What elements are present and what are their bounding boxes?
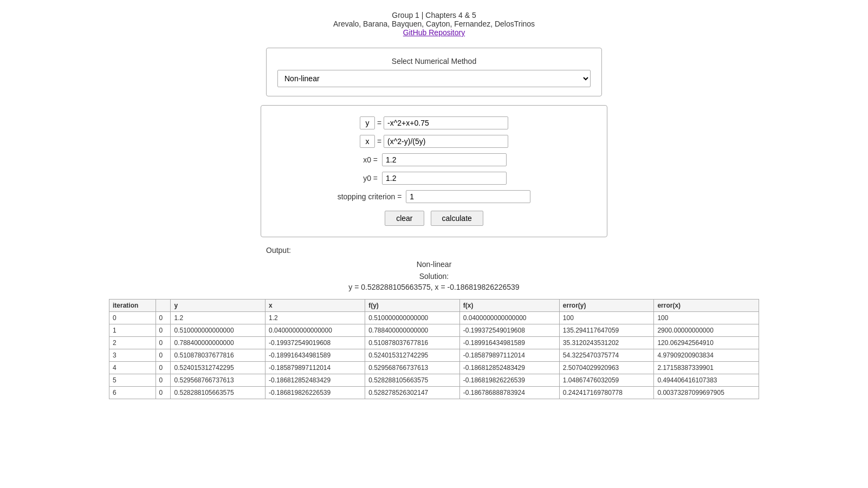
cell-iteration: 2 bbox=[109, 337, 156, 349]
cell-error-y: 35.3120243531202 bbox=[559, 337, 654, 349]
cell-fx: -0.186786888783924 bbox=[459, 387, 559, 399]
cell-error-y: 54.3225470375774 bbox=[559, 349, 654, 362]
x-var-label-input[interactable] bbox=[360, 135, 375, 148]
x0-input[interactable] bbox=[382, 153, 507, 166]
col-header-errory: error(y) bbox=[559, 300, 654, 312]
table-row: 400.524015312742295-0.1858798971120140.5… bbox=[109, 362, 759, 374]
cell-blank: 0 bbox=[156, 374, 171, 387]
col-header-fx: f(x) bbox=[459, 300, 559, 312]
cell-error-y: 0.242417169780778 bbox=[559, 387, 654, 399]
col-header-x: x bbox=[265, 300, 365, 312]
cell-x: 0.0400000000000000 bbox=[265, 324, 365, 337]
cell-fy: 0.510000000000000 bbox=[365, 312, 460, 324]
x-equation-row: = bbox=[277, 135, 591, 148]
y-equation-input[interactable] bbox=[384, 116, 508, 129]
solution-label: Solution: bbox=[109, 272, 759, 281]
cell-iteration: 0 bbox=[109, 312, 156, 324]
table-row: 500.529568766737613-0.1868128524834290.5… bbox=[109, 374, 759, 387]
results-table: iteration y x f(y) f(x) error(y) error(x… bbox=[109, 299, 759, 399]
x0-label: x0 = bbox=[361, 155, 378, 164]
y-equation-row: = bbox=[277, 116, 591, 129]
cell-y: 0.524015312742295 bbox=[171, 362, 265, 374]
stopping-label: stopping criterion = bbox=[338, 192, 402, 201]
cell-error-x: 0.00373287099697905 bbox=[654, 387, 759, 399]
method-selector-label: Select Numerical Method bbox=[277, 57, 591, 66]
cell-y: 0.510878037677816 bbox=[171, 349, 265, 362]
cell-error-x: 100 bbox=[654, 312, 759, 324]
cell-error-x: 120.062942564910 bbox=[654, 337, 759, 349]
cell-y: 0.510000000000000 bbox=[171, 324, 265, 337]
cell-blank: 0 bbox=[156, 349, 171, 362]
cell-iteration: 5 bbox=[109, 374, 156, 387]
button-row: clear calculate bbox=[277, 211, 591, 226]
col-header-blank bbox=[156, 300, 171, 312]
x-equation-input[interactable] bbox=[384, 135, 508, 148]
y0-label: y0 = bbox=[361, 174, 378, 183]
cell-iteration: 1 bbox=[109, 324, 156, 337]
cell-y: 0.788400000000000 bbox=[171, 337, 265, 349]
cell-x: -0.199372549019608 bbox=[265, 337, 365, 349]
cell-x: -0.185879897112014 bbox=[265, 362, 365, 374]
github-link[interactable]: GitHub Repository bbox=[403, 28, 465, 37]
col-header-y: y bbox=[171, 300, 265, 312]
table-row: 300.510878037677816-0.1899164349815890.5… bbox=[109, 349, 759, 362]
cell-y: 0.529568766737613 bbox=[171, 374, 265, 387]
output-section: Output: Non-linear Solution: y = 0.52828… bbox=[109, 246, 759, 399]
stopping-input[interactable] bbox=[406, 190, 530, 203]
cell-error-y: 1.04867476032059 bbox=[559, 374, 654, 387]
cell-blank: 0 bbox=[156, 387, 171, 399]
cell-fy: 0.510878037677816 bbox=[365, 337, 460, 349]
cell-fx: -0.189916434981589 bbox=[459, 337, 559, 349]
cell-y: 1.2 bbox=[171, 312, 265, 324]
table-header-row: iteration y x f(y) f(x) error(y) error(x… bbox=[109, 300, 759, 312]
cell-iteration: 3 bbox=[109, 349, 156, 362]
cell-fy: 0.528278526302147 bbox=[365, 387, 460, 399]
cell-fx: -0.185879897112014 bbox=[459, 349, 559, 362]
clear-button[interactable]: clear bbox=[385, 211, 424, 226]
cell-error-y: 135.294117647059 bbox=[559, 324, 654, 337]
y-eq-sign: = bbox=[377, 119, 381, 127]
x-eq-sign: = bbox=[377, 137, 381, 146]
cell-fx: -0.186812852483429 bbox=[459, 362, 559, 374]
cell-x: -0.186819826226539 bbox=[265, 387, 365, 399]
cell-error-x: 0.494406416107383 bbox=[654, 374, 759, 387]
table-row: 100.5100000000000000.04000000000000000.7… bbox=[109, 324, 759, 337]
authors-text: Arevalo, Barana, Bayquen, Cayton, Fernan… bbox=[11, 19, 857, 28]
col-header-fy: f(y) bbox=[365, 300, 460, 312]
y0-row: y0 = bbox=[277, 172, 591, 185]
cell-iteration: 4 bbox=[109, 362, 156, 374]
cell-blank: 0 bbox=[156, 337, 171, 349]
cell-fx: -0.199372549019608 bbox=[459, 324, 559, 337]
cell-x: -0.189916434981589 bbox=[265, 349, 365, 362]
cell-error-x: 2.17158387339901 bbox=[654, 362, 759, 374]
cell-fx: 0.0400000000000000 bbox=[459, 312, 559, 324]
method-selector-box: Select Numerical Method Non-linear Bisec… bbox=[266, 48, 602, 96]
cell-error-x: 2900.00000000000 bbox=[654, 324, 759, 337]
cell-blank: 0 bbox=[156, 312, 171, 324]
cell-y: 0.528288105663575 bbox=[171, 387, 265, 399]
calculate-button[interactable]: calculate bbox=[431, 211, 483, 226]
cell-fy: 0.528288105663575 bbox=[365, 374, 460, 387]
cell-fy: 0.788400000000000 bbox=[365, 324, 460, 337]
input-box: = = x0 = y0 = stopping criterion = clear… bbox=[261, 105, 607, 237]
col-header-iteration: iteration bbox=[109, 300, 156, 312]
cell-blank: 0 bbox=[156, 362, 171, 374]
cell-fy: 0.529568766737613 bbox=[365, 362, 460, 374]
cell-iteration: 6 bbox=[109, 387, 156, 399]
cell-error-y: 100 bbox=[559, 312, 654, 324]
cell-x: 1.2 bbox=[265, 312, 365, 324]
table-row: 001.21.20.5100000000000000.0400000000000… bbox=[109, 312, 759, 324]
x0-row: x0 = bbox=[277, 153, 591, 166]
solution-value: y = 0.528288105663575, x = -0.1868198262… bbox=[109, 283, 759, 291]
cell-error-y: 2.50704029920963 bbox=[559, 362, 654, 374]
table-row: 200.788400000000000-0.1993725490196080.5… bbox=[109, 337, 759, 349]
cell-fy: 0.524015312742295 bbox=[365, 349, 460, 362]
y-var-label-input[interactable] bbox=[360, 116, 375, 129]
page-header: Group 1 | Chapters 4 & 5 Arevalo, Barana… bbox=[11, 11, 857, 37]
page-title: Group 1 | Chapters 4 & 5 bbox=[11, 11, 857, 19]
cell-blank: 0 bbox=[156, 324, 171, 337]
cell-error-x: 4.97909200903834 bbox=[654, 349, 759, 362]
method-selector-dropdown[interactable]: Non-linear Bisection Newton-Raphson Seca… bbox=[277, 70, 591, 87]
output-method-title: Non-linear bbox=[109, 260, 759, 269]
y0-input[interactable] bbox=[382, 172, 507, 185]
